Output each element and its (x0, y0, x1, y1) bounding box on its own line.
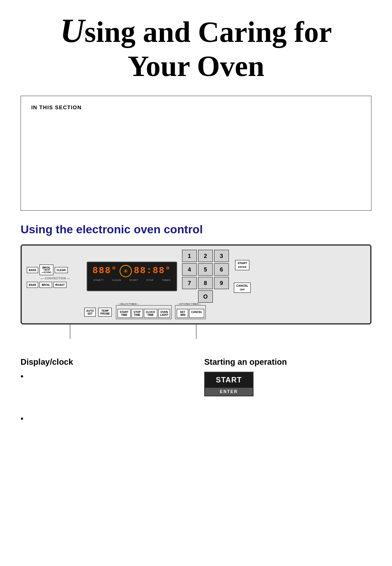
panel-inner: BAKE BROIL• MAXI•• ECONO CLEAN — CONVECT… (27, 250, 365, 319)
panel-connector-line-left (70, 324, 70, 339)
panel-bottom-section: AUTOSET TEMPPROBE —DELAY/TIMED— STARTTIM… (84, 305, 365, 319)
display-label-timer: TIMER (162, 279, 171, 281)
kitchen-timer-buttons: SET·MIN CANCEL (177, 309, 204, 318)
display-icon (120, 265, 132, 277)
convection-roast-button[interactable]: ROAST (53, 282, 67, 288)
display-bottom-labels: START? CLEAN START STOP TIMER (91, 279, 173, 281)
stop-time-button[interactable]: STOPTIME (131, 309, 143, 318)
in-this-section-heading: IN THIS SECTION (31, 104, 361, 110)
in-this-section-box: IN THIS SECTION (21, 96, 371, 211)
display-digits-left: 888° (92, 266, 118, 276)
display-label-clean: CLEAN (112, 279, 121, 281)
enter-label: ENTER (205, 388, 253, 396)
kitchen-timer-label: —KITCHEN TIMER— (176, 303, 202, 305)
keypad-0[interactable]: O (198, 290, 213, 303)
page-container: Using and Caring for Your Oven IN THIS S… (21, 12, 371, 428)
display-digits-right: 88:88° (134, 266, 171, 276)
kitchen-timer-group: —KITCHEN TIMER— SET·MIN CANCEL (175, 305, 206, 319)
keypad-7[interactable]: 7 (182, 277, 197, 289)
display-clock-bullet1: • (21, 372, 188, 381)
keypad-8[interactable]: 8 (198, 277, 213, 289)
temp-probe-button[interactable]: TEMPPROBE (98, 308, 112, 317)
connector-spacer (21, 337, 371, 353)
display-label-start2: START (129, 279, 138, 281)
set-min-button[interactable]: SET·MIN (177, 309, 188, 318)
oven-display: 888° 88:88° START? CLEAN START STOP TIME… (87, 262, 177, 291)
clock-time-button[interactable]: CLOCKTIME (144, 309, 157, 318)
keypad-2[interactable]: 2 (198, 250, 213, 262)
oven-light-button[interactable]: OVENLIGHT (158, 309, 171, 318)
starting-operation-section: Starting an operation START ENTER (204, 357, 371, 428)
delay-timed-buttons: STARTTIME STOPTIME CLOCKTIME OVENLIGHT (118, 309, 170, 318)
display-label-stop: STOP (146, 279, 154, 281)
keypad-4[interactable]: 4 (182, 263, 197, 276)
keypad-1[interactable]: 1 (182, 250, 197, 262)
starting-operation-heading: Starting an operation (204, 357, 371, 367)
start-enter-display[interactable]: START ENTER (204, 372, 254, 396)
keypad-5[interactable]: 5 (198, 263, 213, 276)
delay-timed-label: —DELAY/TIMED— (117, 303, 140, 305)
panel-row1: BAKE BROIL• MAXI•• ECONO CLEAN (27, 265, 84, 275)
keypad-6[interactable]: 6 (214, 263, 229, 276)
bake-button[interactable]: BAKE (27, 267, 38, 273)
number-keypad: 1 2 3 4 5 6 7 8 9 O (182, 250, 229, 303)
clean-button[interactable]: CLEAN (55, 267, 68, 273)
bottom-sections: Display/clock • • Starting an operation … (21, 357, 371, 428)
keypad-3[interactable]: 3 (214, 250, 229, 262)
keypad-9[interactable]: 9 (214, 277, 229, 289)
cancel-button[interactable]: CANCEL (189, 309, 204, 318)
panel-left-buttons: BAKE BROIL• MAXI•• ECONO CLEAN — CONVECT… (27, 265, 84, 288)
broil-button[interactable]: BROIL• MAXI•• ECONO (39, 265, 53, 275)
page-title-section: Using and Caring for Your Oven (21, 12, 371, 83)
panel-connector-line-center (196, 324, 196, 339)
display-label-start: START? (93, 279, 104, 281)
convection-broil-button[interactable]: BROIL (39, 282, 52, 288)
oven-control-panel: BAKE BROIL• MAXI•• ECONO CLEAN — CONVECT… (21, 244, 371, 324)
start-label: START (205, 373, 253, 388)
start-time-button[interactable]: STARTTIME (118, 309, 130, 318)
convection-label: — CONVECTION — (27, 277, 84, 280)
display-clock-heading: Display/clock (21, 357, 188, 367)
oven-control-panel-wrapper: BAKE BROIL• MAXI•• ECONO CLEAN — CONVECT… (21, 244, 371, 324)
page-title-line2: Your Oven (21, 49, 371, 83)
page-title-line1: Using and Caring for (21, 12, 371, 49)
subsection-heading: Using the electronic oven control (21, 223, 371, 236)
panel-start-enter-button[interactable]: STARTENTER (235, 260, 249, 270)
delay-timed-group: —DELAY/TIMED— STARTTIME STOPTIME CLOCKTI… (116, 305, 172, 319)
display-clock-section: Display/clock • • (21, 357, 188, 428)
convection-bake-button[interactable]: BAKE (27, 282, 38, 288)
panel-cancel-off-button[interactable]: CANCELOFF (234, 283, 251, 293)
panel-row2: BAKE BROIL ROAST (27, 282, 84, 288)
title-line1-rest: sing and Caring for (85, 16, 332, 48)
panel-main-row: BAKE BROIL• MAXI•• ECONO CLEAN — CONVECT… (27, 250, 365, 303)
panel-right-buttons: STARTENTER CANCELOFF (234, 260, 251, 293)
display-clock-bullet2: • (21, 414, 188, 423)
display-top: 888° 88:88° (91, 265, 173, 277)
decorative-u: U (60, 12, 84, 49)
auto-set-button[interactable]: AUTOSET (84, 308, 96, 317)
